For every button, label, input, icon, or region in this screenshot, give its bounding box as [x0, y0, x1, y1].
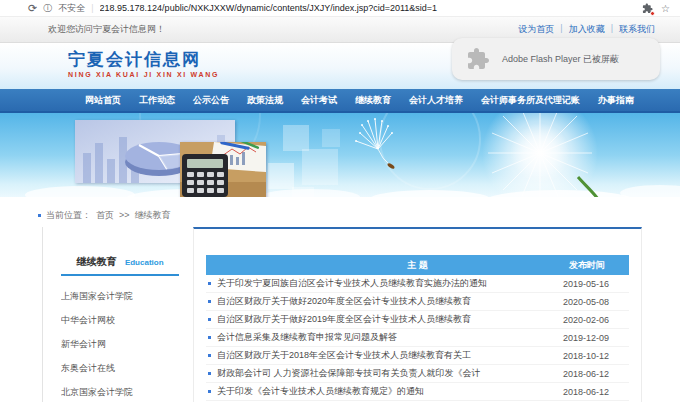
site-title: 宁夏会计信息网	[68, 50, 219, 70]
article-list-panel: 主 题 发布时间 关于印发宁夏回族自治区会计专业技术人员继续教育实施办法的通知 …	[193, 227, 642, 402]
table-row: 关于印发《会计专业技术人员继续教育规定》的通知 2018-06-12	[206, 383, 629, 401]
article-link[interactable]: 自治区财政厅关于做好2019年度全区会计专业技术人员继续教育	[217, 313, 543, 326]
banner	[0, 113, 680, 197]
address-separator: |	[91, 3, 93, 13]
sidebar-item-dongao-online[interactable]: 东奥会计在线	[61, 356, 179, 380]
puzzle-piece-icon	[466, 47, 490, 71]
main-nav: 网站首页 工作动态 公示公告 政策法规 会计考试 继续教育 会计人才培养 会计师…	[0, 89, 680, 113]
nav-item-talent-training[interactable]: 会计人才培养	[400, 94, 472, 107]
site-subtitle: NING XIA KUAI JI XIN XI WANG	[68, 71, 219, 78]
article-link[interactable]: 自治区财政厅关于2018年全区会计专业技术人员继续教育有关工	[217, 349, 543, 362]
breadcrumb-home-link[interactable]: 首页	[96, 209, 114, 222]
welcome-text: 欢迎您访问宁夏会计信息网！	[48, 23, 165, 36]
bullet-icon	[208, 390, 211, 393]
date-column-header: 发布时间	[569, 255, 605, 275]
breadcrumb-label: 当前位置：	[46, 209, 91, 222]
nav-item-policies[interactable]: 政策法规	[238, 94, 292, 107]
sidebar-header: 继续教育 Education	[61, 251, 179, 276]
bullet-icon	[208, 300, 211, 303]
publish-date: 2020-05-08	[543, 297, 629, 307]
add-favorite-link[interactable]: 加入收藏	[569, 23, 605, 36]
publish-date: 2018-06-12	[543, 369, 629, 379]
article-link[interactable]: 财政部会计司 人力资源社会保障部专技司有关负责人就印发《会计	[217, 367, 543, 380]
bullet-icon	[208, 354, 211, 357]
publish-date: 2019-05-16	[543, 279, 629, 289]
publish-date: 2020-02-06	[543, 315, 629, 325]
nav-item-continuing-education[interactable]: 继续教育	[346, 94, 400, 107]
site-header: 宁夏会计信息网 NING XIA KUAI JI XIN XI WANG Ado…	[0, 43, 680, 89]
link-separator: |	[611, 23, 613, 36]
article-link[interactable]: 会计信息采集及继续教育申报常见问题及解答	[217, 331, 543, 344]
table-row: 自治区财政厅关于做好2019年度全区会计专业技术人员继续教育 2020-02-0…	[206, 311, 629, 329]
contact-us-link[interactable]: 联系我们	[619, 23, 655, 36]
bullet-icon	[208, 372, 211, 375]
dandelion-graphic	[482, 113, 598, 197]
plugin-blocked-icon[interactable]	[642, 3, 653, 14]
table-row: 自治区财政厅关于2018年全区会计专业技术人员继续教育有关工 2018-10-1…	[206, 347, 629, 365]
breadcrumb: 当前位置： 首页 >> 继续教育	[38, 203, 680, 227]
table-row: 关于印发宁夏回族自治区会计专业技术人员继续教育实施办法的通知 2019-05-1…	[206, 275, 629, 293]
article-link[interactable]: 自治区财政厅关于做好2020年度全区会计专业技术人员继续教育	[217, 295, 543, 308]
nav-item-work-news[interactable]: 工作动态	[130, 94, 184, 107]
info-icon[interactable]: ⓘ	[43, 2, 52, 15]
blocked-badge	[650, 11, 655, 16]
table-row: 自治区财政厅关于做好2020年度全区会计专业技术人员继续教育 2020-05-0…	[206, 293, 629, 311]
table-row: 会计信息采集及继续教育申报常见问题及解答 2019-12-09	[206, 329, 629, 347]
nav-item-home[interactable]: 网站首页	[76, 94, 130, 107]
bullet-icon	[208, 336, 211, 339]
link-separator: |	[560, 23, 562, 36]
bullet-icon	[208, 282, 211, 285]
breadcrumb-current: 继续教育	[135, 209, 171, 222]
subject-column-header: 主 题	[206, 255, 629, 275]
publish-date: 2018-06-12	[543, 387, 629, 397]
browser-window: ⟳ ⓘ 不安全 | 218.95.178.124/public/NXKJXXW/…	[0, 0, 680, 402]
publish-date: 2019-12-09	[543, 333, 629, 343]
sidebar-item-beijing-institute[interactable]: 北京国家会计学院	[61, 380, 179, 402]
sidebar-item-zhonghua-school[interactable]: 中华会计网校	[61, 308, 179, 332]
bookmark-star-icon[interactable]: ☆	[661, 3, 670, 14]
article-link[interactable]: 关于印发宁夏回族自治区会计专业技术人员继续教育实施办法的通知	[217, 277, 543, 290]
publish-date: 2018-10-12	[543, 351, 629, 361]
breadcrumb-bullet-icon	[38, 214, 41, 217]
flash-blocked-notice[interactable]: Adobe Flash Player 已被屏蔽	[452, 38, 660, 80]
sidebar: 继续教育 Education 上海国家会计学院 中华会计网校 新华会计网 东奥会…	[42, 227, 179, 402]
sidebar-title-en: Education	[125, 258, 164, 267]
sidebar-title: 继续教育	[76, 256, 116, 267]
list-header: 主 题 发布时间	[206, 255, 629, 275]
nav-item-exams[interactable]: 会计考试	[292, 94, 346, 107]
nav-item-firms-bookkeeping[interactable]: 会计师事务所及代理记账	[472, 94, 589, 107]
calculator-photo-image	[180, 142, 266, 197]
nav-item-announcements[interactable]: 公示公告	[184, 94, 238, 107]
bullet-icon	[208, 318, 211, 321]
address-bar: ⟳ ⓘ 不安全 | 218.95.178.124/public/NXKJXXW/…	[0, 0, 680, 16]
sidebar-item-xinhua-net[interactable]: 新华会计网	[61, 332, 179, 356]
table-row: 财政部会计司 人力资源社会保障部专技司有关负责人就印发《会计 2018-06-1…	[206, 365, 629, 383]
reload-icon[interactable]: ⟳	[28, 3, 37, 14]
sidebar-item-shanghai-institute[interactable]: 上海国家会计学院	[61, 284, 179, 308]
breadcrumb-separator: >>	[119, 210, 130, 220]
security-label[interactable]: 不安全	[58, 2, 85, 15]
set-homepage-link[interactable]: 设为首页	[518, 23, 554, 36]
top-links: 设为首页 | 加入收藏 | 联系我们	[518, 23, 655, 36]
url-field[interactable]: 218.95.178.124/public/NXKJXXW/dynamic/co…	[100, 3, 636, 13]
nav-item-service-guide[interactable]: 办事指南	[589, 94, 643, 107]
article-link[interactable]: 关于印发《会计专业技术人员继续教育规定》的通知	[217, 385, 543, 398]
flash-blocked-text: Adobe Flash Player 已被屏蔽	[502, 53, 619, 66]
page-content: 当前位置： 首页 >> 继续教育 继续教育 Education 上海国家会计学院…	[0, 197, 680, 402]
site-logo: 宁夏会计信息网 NING XIA KUAI JI XIN XI WANG	[68, 50, 219, 78]
